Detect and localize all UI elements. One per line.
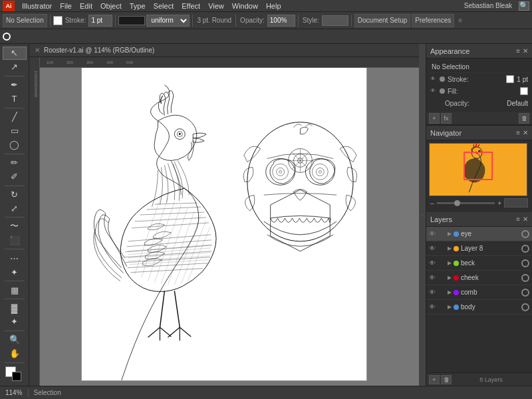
appearance-close-icon[interactable]: ✕ [523,47,528,55]
navigator-close-icon[interactable]: ✕ [523,129,528,136]
stroke-style-swatch[interactable] [118,16,145,25]
beck-visibility-icon[interactable]: 👁 [429,259,437,267]
eyedropper-tool[interactable]: ✦ [3,315,27,329]
menu-illustrator[interactable]: Illustrator [19,1,55,11]
cheek-visibility-icon[interactable]: 👁 [429,274,437,281]
paintbrush-tool[interactable]: ✏ [3,156,27,170]
free-transform-tool[interactable]: ⬛ [3,233,27,247]
navigator-preview[interactable] [429,143,527,196]
menu-effect[interactable]: Effect [178,1,203,11]
search-icon[interactable]: 🔍 [519,1,529,11]
rotate-tool[interactable]: ↻ [3,188,27,201]
fill-appearance-swatch[interactable] [520,87,528,95]
layer8-arrow-icon[interactable]: ▶ [448,245,452,251]
navigator-viewport-box[interactable] [464,152,493,180]
appearance-add-btn[interactable]: + [429,113,440,124]
menu-help[interactable]: Help [263,1,285,11]
rect-tool[interactable]: ▭ [3,124,27,138]
zoom-slider-thumb[interactable] [454,200,460,206]
menu-select[interactable]: Select [150,1,178,11]
appearance-opacity-row: Opacity: Default [429,97,529,109]
close-icon[interactable]: ✕ [35,47,40,54]
eye-layer-target[interactable] [521,230,529,238]
scale-tool[interactable]: ⤢ [3,201,27,215]
navigator-menu-icon[interactable]: ≡ [516,129,520,136]
stroke-input[interactable] [88,15,112,27]
document-setup-button[interactable]: Document Setup [354,14,411,27]
appearance-header-icons: ≡ ✕ [516,47,528,55]
selection-tool[interactable]: ↖ [3,47,27,60]
zoom-input[interactable]: 114s [504,198,528,207]
layers-add-btn[interactable]: + [429,375,440,384]
body-target[interactable] [521,303,529,311]
layer-row-layer8[interactable]: 👁 ▶ Layer 8 [426,241,532,256]
zoom-out-icon[interactable]: – [430,200,434,207]
menu-edit[interactable]: Edit [76,1,96,11]
comb-visibility-icon[interactable]: 👁 [429,289,437,296]
comb-target[interactable] [521,289,529,297]
eye-layer-visibility-icon[interactable]: 👁 [429,230,437,237]
layer-row-beck[interactable]: 👁 ▶ beck [426,256,532,271]
panel-collapse-handle[interactable]: › [419,44,426,386]
beck-target[interactable] [521,259,529,267]
graph-tool[interactable]: ▦ [3,283,27,297]
stroke-visibility-icon[interactable]: 👁 [430,76,437,82]
menu-type[interactable]: Type [126,1,149,11]
color-swatches[interactable] [3,366,27,383]
layer-row-body[interactable]: 👁 ▶ body [426,300,532,315]
layer-row-eye[interactable]: 👁 ▶ eye [426,227,532,241]
appearance-effect-btn[interactable]: fx [441,113,452,124]
status-info: Selection [34,389,61,396]
body-arrow-icon[interactable]: ▶ [448,304,452,310]
layer8-target[interactable] [521,245,529,253]
menu-view[interactable]: View [205,1,227,11]
eye-layer-arrow-icon[interactable]: ▶ [448,231,452,237]
zoom-in-icon[interactable]: + [497,200,501,207]
layer-row-comb[interactable]: 👁 ▶ comb [426,285,532,300]
tool-separator-9 [5,331,25,331]
gradient-tool[interactable]: ▓ [3,301,27,315]
panel-icon[interactable]: ≡ [458,17,462,24]
opacity-input[interactable] [267,15,295,27]
menu-window[interactable]: Window [229,1,261,11]
zoom-slider[interactable] [437,202,495,204]
layers-menu-icon[interactable]: ≡ [516,215,520,223]
stroke-color-swatch[interactable] [53,16,63,25]
pencil-tool[interactable]: ✐ [3,170,27,184]
canvas-content[interactable] [29,57,419,386]
preferences-button[interactable]: Preferences [412,14,454,27]
tool-separator-10 [5,362,25,363]
pen-tool[interactable]: ✒ [3,78,27,92]
zoom-tool[interactable]: 🔍 [3,333,27,346]
comb-arrow-icon[interactable]: ▶ [448,289,452,295]
layer-row-cheek[interactable]: 👁 ▶ cheek [426,271,532,285]
stroke-style-select[interactable]: uniform [146,15,190,27]
options-icon [3,33,11,41]
ellipse-tool[interactable]: ◯ [3,138,27,152]
appearance-menu-icon[interactable]: ≡ [516,47,520,55]
warp-tool[interactable]: 〜 [3,219,27,233]
layer8-visibility-icon[interactable]: 👁 [429,245,437,252]
fill-visibility-icon[interactable]: 👁 [430,88,437,94]
fill-appearance-label: Fill: [448,88,517,95]
appearance-selection: No Selection [429,61,529,73]
cheek-target[interactable] [521,274,529,282]
line-tool[interactable]: ╱ [3,110,27,124]
cheek-arrow-icon[interactable]: ▶ [448,275,452,281]
body-visibility-icon[interactable]: 👁 [429,303,437,311]
appearance-delete-btn[interactable]: 🗑 [519,113,529,124]
style-swatch[interactable] [322,15,348,26]
beck-arrow-icon[interactable]: ▶ [448,260,452,266]
layers-close-icon[interactable]: ✕ [523,215,528,223]
toolbox: ↖ ↗ ✒ T ╱ ▭ ◯ ✏ ✐ ↻ ⤢ 〜 ⬛ ⋯ ✦ ▦ ▓ ✦ 🔍 ✋ [0,44,29,386]
opacity-appearance-value: Default [507,100,528,107]
layers-delete-btn[interactable]: 🗑 [441,375,452,384]
stroke-appearance-swatch[interactable] [506,75,514,83]
type-tool[interactable]: T [3,92,27,106]
hand-tool[interactable]: ✋ [3,347,27,360]
blend-tool[interactable]: ⋯ [3,251,27,265]
menu-file[interactable]: File [57,1,75,11]
menu-object[interactable]: Object [97,1,125,11]
direct-selection-tool[interactable]: ↗ [3,61,27,74]
symbol-sprayer-tool[interactable]: ✦ [3,265,27,279]
